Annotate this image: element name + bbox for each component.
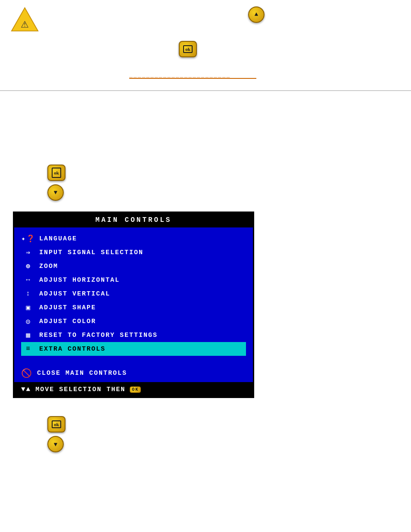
menu-item-zoom[interactable]: ⊕ ZOOM [21, 259, 246, 273]
bottom-ok-row [47, 416, 398, 432]
bottom-down-row [47, 436, 398, 452]
body-text-2 [13, 118, 398, 130]
body-text-3 [13, 132, 398, 144]
body-text-4 [13, 146, 398, 158]
vertical-icon: ↕ [23, 289, 34, 299]
up-arrow-button[interactable] [248, 6, 265, 23]
close-controls-label: CLOSE MAIN CONTROLS [37, 370, 127, 377]
down-arrow-middle[interactable] [47, 184, 64, 201]
menu-item-language-label: LANGUAGE [39, 235, 77, 243]
menu-item-horizontal-label: ADJUST HORIZONTAL [39, 277, 120, 284]
osd-title: MAIN CONTROLS [14, 213, 253, 227]
nav-link[interactable]: ________________________ [129, 71, 256, 79]
menu-item-language[interactable]: ✦❓ LANGUAGE [21, 232, 246, 246]
footer-ok-icon: OK [130, 386, 141, 393]
menu-item-color[interactable]: ◎ ADJUST COLOR [21, 314, 246, 328]
ok-button-row [47, 165, 398, 181]
menu-item-shape-label: ADJUST SHAPE [39, 304, 96, 311]
warning-icon: ⚠ [11, 6, 39, 34]
menu-item-input[interactable]: ⇒ INPUT SIGNAL SELECTION [21, 246, 246, 259]
menu-separator [21, 356, 246, 360]
close-icon: 🚫 [21, 368, 33, 379]
osd-items-list: ✦❓ LANGUAGE ⇒ INPUT SIGNAL SELECTION ⊕ Z… [14, 227, 253, 364]
menu-item-zoom-label: ZOOM [39, 263, 58, 270]
down-arrow-bottom[interactable] [47, 436, 64, 452]
zoom-icon: ⊕ [23, 261, 34, 271]
menu-item-shape[interactable]: ▣ ADJUST SHAPE [21, 301, 246, 314]
menu-item-extra-label: EXTRA CONTROLS [39, 345, 106, 353]
input-icon: ⇒ [23, 248, 34, 257]
reset-icon: ▦ [23, 330, 34, 340]
down-arrow-row [47, 184, 398, 201]
color-icon: ◎ [23, 317, 34, 326]
ok-button-top[interactable] [179, 41, 197, 57]
menu-item-vertical-label: ADJUST VERTICAL [39, 290, 110, 298]
ok-button-bottom[interactable] [47, 416, 65, 432]
body-text-1 [13, 104, 398, 115]
menu-item-input-label: INPUT SIGNAL SELECTION [39, 249, 143, 256]
close-controls-row[interactable]: 🚫 CLOSE MAIN CONTROLS [14, 364, 253, 382]
menu-item-vertical[interactable]: ↕ ADJUST VERTICAL [21, 287, 246, 301]
nav-arrows-icon: ▼▲ [21, 386, 31, 393]
shape-icon: ▣ [23, 303, 34, 312]
menu-item-horizontal[interactable]: ↔ ADJUST HORIZONTAL [21, 273, 246, 287]
menu-item-extra[interactable]: ≡ EXTRA CONTROLS [21, 342, 246, 356]
ok-button-middle[interactable] [47, 165, 65, 181]
osd-menu: MAIN CONTROLS ✦❓ LANGUAGE ⇒ INPUT SIGNAL… [13, 212, 254, 398]
menu-item-color-label: ADJUST COLOR [39, 318, 96, 325]
language-icon: ✦❓ [23, 234, 34, 243]
extra-icon: ≡ [23, 344, 34, 354]
menu-item-reset[interactable]: ▦ RESET TO FACTORY SETTINGS [21, 328, 246, 342]
footer-move-text: MOVE SELECTION THEN [35, 386, 125, 393]
horizontal-icon: ↔ [23, 275, 34, 285]
bottom-section [0, 402, 411, 463]
svg-text:⚠: ⚠ [21, 17, 29, 32]
osd-footer: ▼▲ MOVE SELECTION THEN OK [14, 382, 253, 397]
menu-item-reset-label: RESET TO FACTORY SETTINGS [39, 332, 158, 339]
